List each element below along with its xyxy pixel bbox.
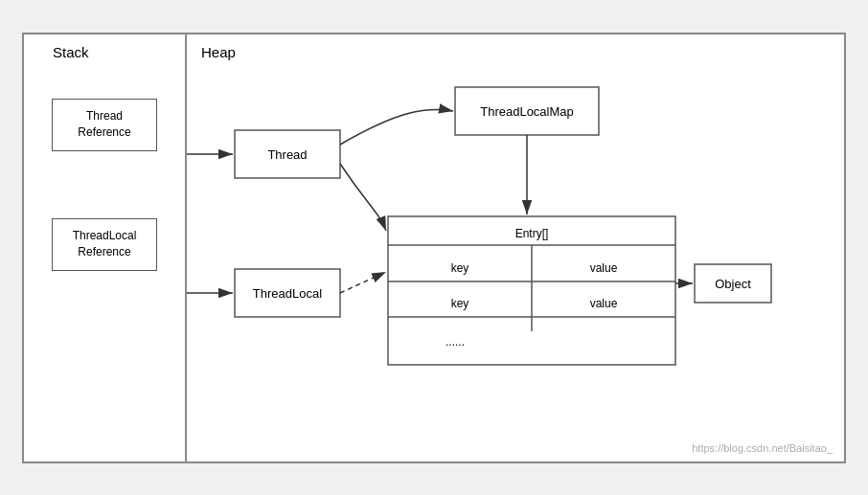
entry-value1: value xyxy=(590,261,618,275)
threadlocal-box-rect xyxy=(235,269,340,317)
object-box-rect xyxy=(695,264,771,303)
threadlocal-reference-box: ThreadLocal Reference xyxy=(52,218,157,271)
entry-key1: key xyxy=(451,261,469,275)
entry-value2: value xyxy=(590,297,618,310)
thread-box-label: Thread xyxy=(267,147,307,162)
threadlocalmap-box-rect xyxy=(455,87,599,135)
heap-section: Heap Thread ThreadLocal ThreadLocalMap xyxy=(187,34,844,461)
diagram-svg: Thread ThreadLocal ThreadLocalMap Object… xyxy=(187,34,844,461)
threadlocal-to-entry-arrow xyxy=(340,272,386,293)
stack-title: Stack xyxy=(53,44,89,60)
stack-boxes: Thread Reference ThreadLocal Reference xyxy=(52,99,157,271)
watermark: https://blog.csdn.net/Baisitao_ xyxy=(692,442,833,454)
thread-to-tlm-arrow xyxy=(340,109,453,145)
entry-table-rect xyxy=(388,216,675,365)
entry-key2: key xyxy=(451,297,469,310)
thread-to-entry-arrow xyxy=(340,164,386,231)
diagram-container: Stack Thread Reference ThreadLocal Refer… xyxy=(22,33,846,463)
object-box-label: Object xyxy=(715,277,751,291)
stack-section: Stack Thread Reference ThreadLocal Refer… xyxy=(24,34,187,461)
thread-reference-box: Thread Reference xyxy=(52,99,157,151)
threadlocal-box-label: ThreadLocal xyxy=(253,286,322,301)
thread-box-rect xyxy=(235,130,340,178)
heap-title: Heap xyxy=(201,44,830,60)
entry-dots: ...... xyxy=(445,335,465,349)
entry-title-label: Entry[] xyxy=(515,227,549,240)
threadlocalmap-box-label: ThreadLocalMap xyxy=(480,104,574,119)
